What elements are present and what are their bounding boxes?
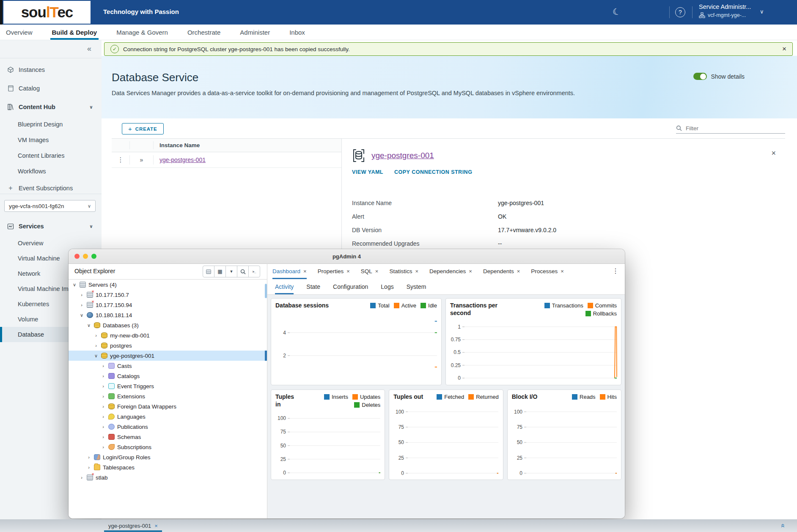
sidebar-item-vm-images[interactable]: VM Images (0, 132, 102, 148)
tree-item-subscriptions[interactable]: ›Subscriptions (69, 442, 267, 452)
close-icon[interactable]: × (346, 268, 350, 274)
sidebar-item-workflows[interactable]: Workflows (0, 163, 102, 179)
legend-swatch-icon (468, 394, 474, 400)
column-instance-name[interactable]: Instance Name (154, 142, 200, 148)
view-yaml-button[interactable]: VIEW YAML (352, 169, 383, 175)
chevron-down-icon[interactable]: ∨ (760, 8, 764, 15)
tab-statistics[interactable]: Statistics× (389, 263, 418, 279)
tree-item-casts[interactable]: ›Casts (69, 361, 267, 371)
user-menu[interactable]: Service Administr... vcf-mgmt-yge-... (699, 3, 751, 18)
toggle-label: Show details (711, 73, 745, 80)
tab-dashboard[interactable]: Dashboard× (272, 263, 307, 279)
sidebar-collapse-icon[interactable]: « (87, 44, 91, 53)
sidebar-group-services[interactable]: Services ∨ (0, 217, 102, 236)
instance-link[interactable]: yge-postgres-001 (159, 156, 206, 163)
chart-plot: 00.250.50.751 (448, 318, 619, 384)
tree-item-database[interactable]: ›my-new-db-001 (69, 330, 267, 340)
window-titlebar[interactable]: pgAdmin 4 (69, 249, 625, 264)
sidebar-group-content-hub[interactable]: Content Hub ∨ (0, 98, 102, 116)
tab-properties[interactable]: Properties× (318, 263, 350, 279)
tree-item-extensions[interactable]: ›Extensions (69, 391, 267, 401)
server-activity-icon[interactable] (203, 266, 214, 277)
field-row: Recommended Upgrades-- (352, 237, 768, 250)
tree-item-servers[interactable]: ∨Servers (4) (69, 280, 267, 290)
tab-processes[interactable]: Processes× (531, 263, 564, 279)
tree-item-tablespaces[interactable]: ›Tablespaces (69, 462, 267, 472)
subtab-state[interactable]: State (306, 279, 320, 294)
banner-close-icon[interactable]: × (782, 45, 786, 53)
close-icon[interactable]: × (303, 268, 307, 274)
minimize-window-button[interactable] (83, 254, 88, 259)
project-selector[interactable]: yge-vcfa-ns001-fg62n ∨ (4, 200, 96, 212)
close-icon[interactable]: × (415, 268, 418, 274)
svg-text:0.75: 0.75 (451, 337, 461, 343)
tree-item-server[interactable]: ›10.177.150.94 (69, 300, 267, 310)
close-window-button[interactable] (74, 254, 80, 259)
nav-tab-administer[interactable]: Administer (240, 25, 270, 40)
tree-item-login-group-roles[interactable]: ›Login/Group Roles (69, 452, 267, 462)
tree-item-event-triggers[interactable]: ›Event Triggers (69, 381, 267, 391)
subtab-system[interactable]: System (407, 279, 426, 294)
subtab-logs[interactable]: Logs (381, 279, 393, 294)
tree-item-server[interactable]: ›10.177.150.7 (69, 290, 267, 300)
nav-tab-inbox[interactable]: Inbox (289, 25, 305, 40)
panel-close-icon[interactable]: × (771, 149, 776, 158)
tree-scrollbar[interactable] (265, 284, 267, 298)
grid-view-icon[interactable]: ▦ (214, 266, 226, 277)
tree-item-publications[interactable]: ›Publications (69, 422, 267, 432)
terminal-icon[interactable]: >_ (248, 266, 260, 277)
nav-tab-manage-govern[interactable]: Manage & Govern (116, 25, 168, 40)
pgadmin-window[interactable]: pgAdmin 4 Object Explorer ▦ ▼ >_ Dashboa… (69, 249, 625, 518)
sidebar-item-services-overview[interactable]: Overview (0, 236, 102, 251)
sidebar-item-instances[interactable]: Instances (0, 60, 102, 79)
expand-row-icon[interactable]: » (140, 156, 143, 163)
publications-icon (108, 424, 115, 430)
tree-item-server[interactable]: ∨10.180.181.14 (69, 310, 267, 320)
tree-item-databases[interactable]: ∨Databases (3) (69, 320, 267, 330)
expand-up-icon[interactable]: « (778, 524, 787, 527)
zoom-window-button[interactable] (91, 254, 96, 259)
bottom-tab-instance[interactable]: yge-postgres-001 × (104, 519, 162, 532)
sidebar-item-catalog[interactable]: Catalog (0, 79, 102, 98)
tree-item-database[interactable]: ›postgres (69, 340, 267, 351)
close-icon[interactable]: × (375, 268, 379, 274)
tab-sql[interactable]: SQL× (361, 263, 379, 279)
filter-input[interactable] (685, 125, 771, 132)
chevron-down-icon[interactable]: ∨ (89, 104, 93, 110)
filter-icon[interactable]: ▼ (225, 266, 237, 277)
search-icon[interactable] (237, 266, 249, 277)
show-details-toggle[interactable] (693, 73, 707, 80)
tree-item-fdw[interactable]: ›Foreign Data Wrappers (69, 401, 267, 411)
detail-title-link[interactable]: yge-postgres-001 (371, 151, 434, 160)
create-button[interactable]: + CREATE (122, 123, 164, 134)
nav-tab-build-deploy[interactable]: Build & Deploy (52, 25, 97, 40)
table-row[interactable]: ⋮ » yge-postgres-001 (112, 152, 341, 168)
nav-tab-overview[interactable]: Overview (6, 25, 33, 40)
sidebar-item-event-subscriptions[interactable]: + Event Subscriptions (0, 179, 102, 197)
chart-tuples-in: Tuples inInsertsUpdatesDeletes 025507510… (271, 389, 385, 480)
tree-item-languages[interactable]: ›Languages (69, 411, 267, 422)
close-icon[interactable]: × (469, 268, 472, 274)
tab-dependencies[interactable]: Dependencies× (429, 263, 472, 279)
tab-menu-icon[interactable]: ⋮ (612, 267, 619, 275)
close-icon[interactable]: × (154, 523, 158, 529)
tree-item-server[interactable]: ›stlab (69, 472, 267, 483)
sidebar-item-blueprint-design[interactable]: Blueprint Design (0, 116, 102, 132)
sidebar-item-content-libraries[interactable]: Content Libraries (0, 148, 102, 163)
tab-dependents[interactable]: Dependents× (483, 263, 520, 279)
svg-text:25: 25 (280, 456, 286, 462)
row-actions-icon[interactable]: ⋮ (118, 156, 124, 164)
close-icon[interactable]: × (517, 268, 520, 274)
subtab-activity[interactable]: Activity (275, 279, 294, 294)
nav-tab-orchestrate[interactable]: Orchestrate (187, 25, 220, 40)
tree-item-schemas[interactable]: ›Schemas (69, 432, 267, 442)
filter-field[interactable] (676, 123, 785, 134)
subtab-configuration[interactable]: Configuration (333, 279, 368, 294)
help-icon[interactable]: ? (675, 7, 685, 17)
tree-item-catalogs[interactable]: ›Catalogs (69, 371, 267, 381)
dark-mode-icon[interactable]: ☾ (611, 6, 621, 18)
close-icon[interactable]: × (561, 268, 564, 274)
tree-item-database-selected[interactable]: ∨yge-postgres-001 (69, 351, 267, 361)
copy-connection-string-button[interactable]: COPY CONNECTION STRING (394, 169, 472, 175)
chevron-down-icon[interactable]: ∨ (89, 224, 93, 229)
